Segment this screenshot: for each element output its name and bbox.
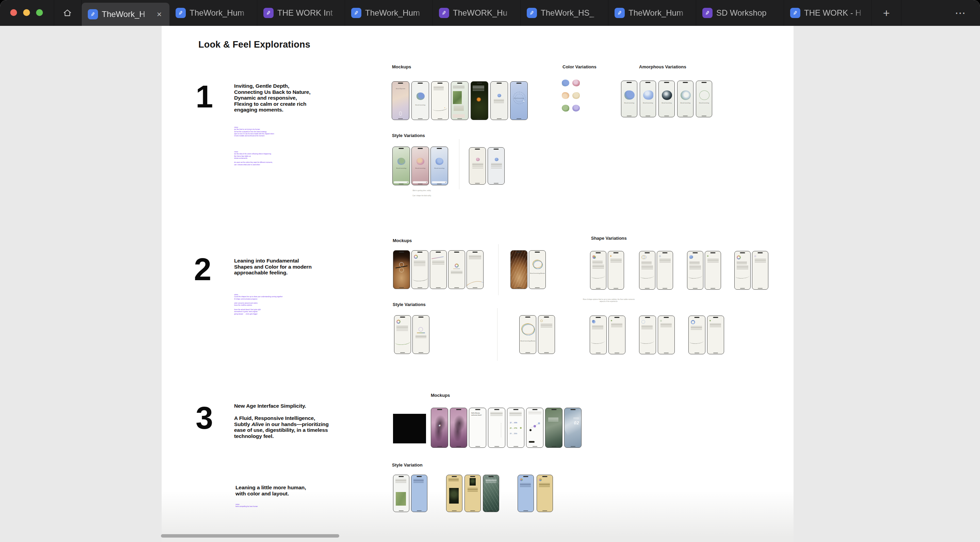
section-2-notes: notes: Could the shapes line up to show …	[234, 294, 305, 315]
stat-line: 32 → 40%	[510, 422, 517, 424]
ai-flower-icon	[592, 320, 595, 323]
phone-caption: Good System	[392, 88, 409, 89]
figma-design-file-icon	[527, 8, 537, 18]
shape-caption: Row of shape options that tie up to more…	[580, 298, 638, 303]
decor-lines	[755, 259, 766, 263]
ai-blob	[398, 158, 405, 165]
overflow-menu-button[interactable]: ⋯	[949, 0, 972, 26]
decor-lines	[660, 323, 672, 328]
tab-thework-hum-3[interactable]: TheWork_Hum	[608, 0, 696, 26]
photo-thumbnail	[453, 91, 462, 104]
home-button[interactable]	[58, 7, 77, 19]
tab-close-icon[interactable]: ✕	[155, 10, 163, 19]
tab-label: THE WORK - H	[804, 8, 865, 18]
phone-mockup	[657, 251, 673, 290]
photo-thumbnail	[449, 488, 459, 504]
phone-mockup	[537, 475, 553, 512]
style-row-3c	[517, 475, 553, 512]
phone-mockup	[469, 147, 486, 185]
decor-lines	[737, 261, 747, 264]
tab-thework-hum-1[interactable]: TheWork_Hum	[169, 0, 257, 26]
tab-the-work-int[interactable]: THE WORK Int	[257, 0, 345, 26]
phone-mockup	[608, 251, 624, 290]
tab-the-work-h[interactable]: THE WORK - H	[784, 0, 872, 26]
tab-thework-h[interactable]: TheWork_H ✕	[82, 3, 169, 26]
section-3-notes: notes: feels compelling but less human	[235, 504, 304, 508]
decor-lines	[469, 255, 481, 260]
figma-design-file-icon	[702, 8, 713, 18]
ai-blob	[436, 158, 443, 165]
divider	[54, 0, 54, 26]
phone-mockup	[451, 81, 469, 120]
phone-mockup	[752, 251, 768, 290]
decor-lines	[472, 163, 483, 169]
ai-ring-icon	[691, 320, 695, 324]
journey-node	[530, 429, 531, 431]
decor-lines	[573, 418, 579, 419]
ai-circle-icon	[641, 320, 645, 324]
minimize-window-button[interactable]	[23, 9, 30, 16]
phone-mockup	[590, 315, 607, 354]
phone-mockup	[488, 408, 505, 448]
mockup-row-3: ✻ Hello Emma, welcome back! 32 → 40% 28 …	[431, 408, 582, 448]
tab-thework-hum-2[interactable]: TheWork_Hum	[345, 0, 433, 26]
label-shape-variations: Shape Variations	[591, 236, 627, 241]
decor-lines	[494, 99, 504, 104]
section-3-statement: A Fluid, Responsive Intelligence, Subtly…	[234, 415, 347, 439]
chart-line	[640, 274, 654, 279]
decor-lines	[592, 265, 604, 269]
decor-lines	[395, 479, 406, 483]
section-3-number: 3	[196, 402, 212, 434]
decor	[501, 423, 501, 437]
figma-design-file-icon	[263, 8, 274, 18]
tab-sd-workshop[interactable]: SD Workshop	[696, 0, 784, 26]
phone-mockup: Good morning	[621, 81, 637, 117]
ai-dot-icon	[611, 320, 612, 321]
ai-ring-icon	[455, 263, 459, 268]
section-1-notes-b: notes: we like idea of the colors reflec…	[234, 151, 302, 166]
ai-blob	[417, 92, 425, 100]
chart-line	[592, 274, 605, 279]
horizontal-scrollbar[interactable]	[161, 534, 339, 537]
divider	[497, 308, 498, 361]
phone-mockup: Good morning	[430, 147, 448, 185]
decor-lines	[689, 261, 700, 264]
ai-flower-icon	[520, 479, 523, 481]
decor-lines	[434, 86, 444, 91]
zoom-window-button[interactable]	[36, 9, 43, 16]
phone-mockup	[639, 251, 655, 290]
section-2-number: 2	[194, 254, 211, 285]
chart-line	[690, 339, 704, 344]
tab-thework-hu[interactable]: TheWORK_Hu	[433, 0, 520, 26]
stat-line: 28 → 47%	[510, 427, 517, 429]
figma-design-file-icon	[88, 9, 98, 19]
figma-window: TheWork_H ✕ TheWork_Hum THE WORK Int The…	[0, 0, 980, 542]
phone-mockup: Good morning	[510, 81, 528, 120]
decor-lines	[491, 163, 502, 169]
phone-mockup	[483, 475, 499, 512]
ai-scribble	[522, 324, 535, 335]
new-tab-button[interactable]: +	[872, 0, 901, 26]
mockup-row-2	[393, 250, 484, 289]
phone-mockup	[488, 147, 504, 185]
ai-dot-icon	[707, 255, 708, 257]
input-bar	[394, 181, 409, 183]
decor	[431, 257, 444, 259]
close-window-button[interactable]	[10, 9, 17, 16]
label-style-variations-1: Style Variations	[392, 133, 425, 138]
input-bar	[413, 181, 428, 183]
chart-line	[688, 274, 702, 279]
phone-mockup	[608, 315, 625, 354]
tab-bar: TheWork_H ✕ TheWork_Hum THE WORK Int The…	[0, 0, 980, 26]
mockup-row-1: Good System Good morning	[392, 81, 528, 120]
decor-lines	[710, 323, 721, 328]
ai-blob-icon	[689, 255, 693, 259]
flower-icon: ✻	[439, 424, 441, 427]
figma-canvas[interactable]: Look & Feel Explorations 1 Inviting, Gen…	[0, 26, 980, 542]
figma-design-file-icon	[614, 8, 625, 18]
tab-thework-hs[interactable]: TheWork_HS_	[520, 0, 608, 26]
decor-lines	[737, 266, 748, 269]
amorphous-row: Good morning Good morning Good morning G…	[621, 81, 712, 117]
decor	[399, 268, 404, 273]
section-1-statement: Inviting, Gentle Depth, Connecting Us Ba…	[234, 83, 333, 113]
